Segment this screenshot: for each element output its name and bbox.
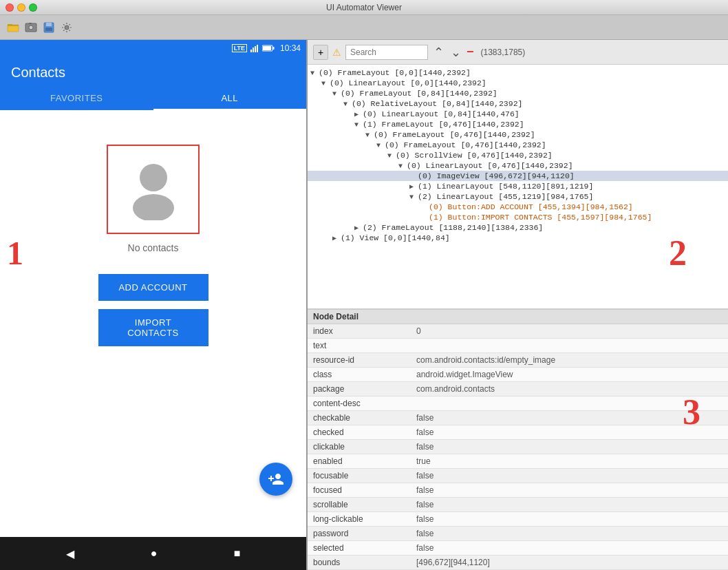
svg-rect-2 [8,25,19,26]
avatar-icon [126,158,181,220]
node-detail-key: checked [308,425,411,440]
svg-rect-16 [263,46,271,50]
svg-rect-8 [45,28,52,31]
node-detail-value: false [411,425,728,440]
node-detail-row: content-desc [308,397,728,411]
node-detail-value: 0 [411,324,728,339]
svg-point-9 [65,25,69,30]
recent-button[interactable]: ■ [234,547,241,560]
tree-item[interactable]: (0) ImageView [496,672][944,1120] [308,171,728,181]
tree-item[interactable]: ▼(0) FrameLayout [0,476][1440,2392] [308,140,728,150]
tree-view[interactable]: ▼(0) FrameLayout [0,0][1440,2392]▼(0) Li… [308,65,728,309]
node-detail-value: true [411,454,728,469]
annotation-1: 1 [7,234,23,272]
search-input[interactable] [345,45,428,60]
node-detail-value: false [411,483,728,498]
node-detail-value [411,339,728,353]
node-detail-row: long-clickablefalse [308,512,728,527]
node-detail-key: focused [308,483,411,498]
node-detail-value: [496,672][944,1120] [411,556,728,570]
svg-rect-11 [253,48,254,52]
battery-icon [262,44,275,52]
node-detail-row: resource-idcom.android.contacts:id/empty… [308,353,728,368]
node-detail-value: false [411,541,728,556]
svg-rect-12 [255,46,256,52]
node-detail-panel: index0textresource-idcom.android.contact… [308,324,728,570]
tree-item[interactable]: ▶(1) View [0,0][1440,84] [308,233,728,243]
android-content-area: 1 No contacts ADD ACCOUNT IMPORT CONTACT… [0,110,306,537]
window-controls [6,3,37,12]
title-bar: UI Automator Viewer [0,0,728,15]
node-detail-key: long-clickable [308,512,411,527]
node-detail-value: false [411,527,728,541]
status-time: 10:34 [280,43,301,53]
tree-toolbar: + ⚠ ⌃ ⌄ − (1383,1785) [308,40,728,65]
minimize-button[interactable] [17,3,25,12]
close-button[interactable] [6,3,14,12]
svg-rect-10 [250,50,252,52]
node-detail-row: enabledtrue [308,454,728,469]
node-detail-row: checkablefalse [308,411,728,425]
tree-item[interactable]: ▼(0) LinearLayout [0,0][1440,2392] [308,78,728,88]
node-detail-row: index0 [308,324,728,339]
expand-icon[interactable]: + [313,45,328,60]
window-title: UI Automator Viewer [326,3,402,12]
back-button[interactable]: ◀ [66,547,74,560]
android-app-bar: Contacts [0,56,306,86]
home-button[interactable]: ● [151,547,158,560]
add-account-button[interactable]: ADD ACCOUNT [98,274,208,301]
node-detail-row: scrollablefalse [308,498,728,512]
tree-item[interactable]: (0) Button:ADD ACCOUNT [455,1394][984,15… [308,202,728,212]
svg-rect-7 [46,23,52,26]
node-detail-key: scrollable [308,498,411,512]
screenshot-icon[interactable] [23,20,39,35]
add-contact-fab[interactable] [259,463,292,496]
node-detail-row: focusedfalse [308,483,728,498]
tree-item[interactable]: ▼(0) RelativeLayout [0,84][1440,2392] [308,98,728,109]
settings-icon[interactable] [59,20,74,35]
prev-arrow-icon[interactable]: ⌃ [432,45,445,60]
tree-item[interactable]: ▼(0) FrameLayout [0,476][1440,2392] [308,129,728,140]
svg-point-17 [140,164,167,191]
node-detail-value: false [411,440,728,454]
save-icon[interactable] [41,20,56,35]
app-title: Contacts [11,65,295,81]
tree-item[interactable]: ▼(0) ScrollView [0,476][1440,2392] [308,150,728,160]
node-detail-value: com.android.contacts [411,382,728,397]
node-detail-key: checkable [308,411,411,425]
next-arrow-icon[interactable]: ⌄ [449,45,462,60]
node-detail-key: index [308,324,411,339]
lte-icon: LTE [232,44,247,52]
warning-icon: ⚠ [332,47,341,58]
tree-item[interactable]: ▶(1) LinearLayout [548,1120][891,1219] [308,181,728,191]
node-detail-value: false [411,512,728,527]
svg-rect-15 [272,47,274,50]
tree-item[interactable]: ▶(0) LinearLayout [0,84][1440,476] [308,109,728,119]
node-detail-key: clickable [308,440,411,454]
tree-item[interactable]: ▶(2) FrameLayout [1188,2140][1384,2336] [308,222,728,233]
tree-item[interactable]: (1) Button:IMPORT CONTACTS [455,1597][98… [308,212,728,222]
all-tab[interactable]: ALL [153,86,307,110]
node-detail-row: checkedfalse [308,425,728,440]
node-detail-key: package [308,382,411,397]
tree-item[interactable]: ▼(1) FrameLayout [0,476][1440,2392] [308,119,728,129]
tree-item[interactable]: ▼(0) FrameLayout [0,84][1440,2392] [308,88,728,98]
open-folder-icon[interactable] [6,20,21,35]
android-tabs: FAVORITES ALL [0,86,306,110]
main-toolbar [0,15,728,40]
tree-item[interactable]: ▼(2) LinearLayout [455,1219][984,1765] [308,191,728,202]
import-contacts-button[interactable]: IMPORT CONTACTS [98,309,208,346]
tree-item[interactable]: ▼(0) FrameLayout [0,0][1440,2392] [308,67,728,78]
tree-item[interactable]: ▼(0) LinearLayout [0,476][1440,2392] [308,160,728,171]
node-detail-row: packagecom.android.contacts [308,382,728,397]
minus-icon[interactable]: − [467,45,474,59]
android-status-bar: LTE 10:34 [0,40,306,56]
node-detail-row: text [308,339,728,353]
node-detail-value: com.android.contacts:id/empty_image [411,353,728,368]
node-detail-key: class [308,368,411,382]
right-content: + ⚠ ⌃ ⌄ − (1383,1785) ▼(0) FrameLayout [… [308,40,728,570]
maximize-button[interactable] [29,3,37,12]
node-detail-key: password [308,527,411,541]
favorites-tab[interactable]: FAVORITES [0,86,153,110]
node-detail-value: false [411,469,728,483]
